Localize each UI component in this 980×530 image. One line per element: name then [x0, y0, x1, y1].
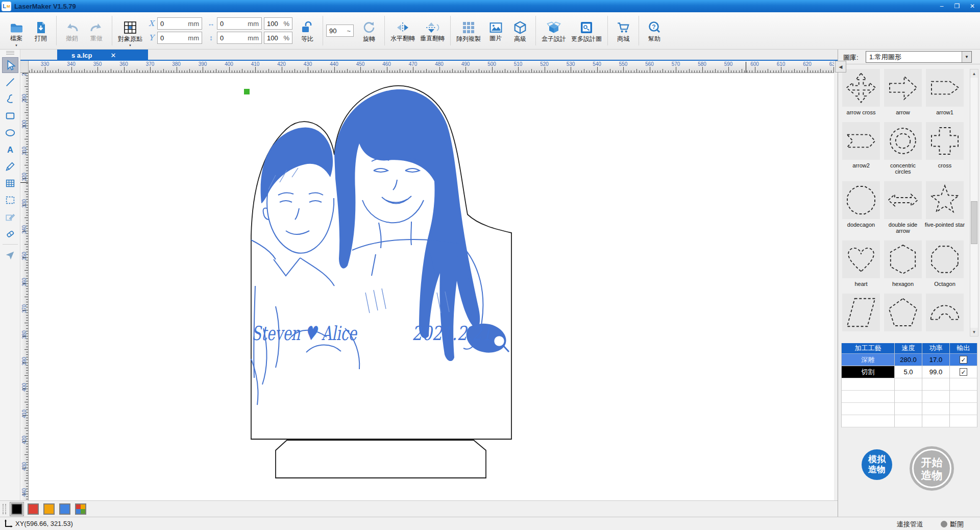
pen-tool[interactable] [2, 158, 18, 174]
scroll-up-icon[interactable]: ▲ [970, 69, 978, 78]
table-row-empty[interactable] [842, 378, 977, 391]
start-button[interactable]: 开始 造物 [910, 446, 954, 491]
shape-parallelogram[interactable] [842, 294, 880, 336]
swatch-blue[interactable] [59, 503, 70, 515]
shape-cross[interactable]: cross [926, 122, 964, 175]
minimize-button[interactable]: – [934, 0, 949, 12]
swatch-orange[interactable] [43, 503, 55, 515]
box-design-button[interactable]: 盒子設計 [539, 14, 569, 47]
flip-horizontal-button[interactable]: 水平翻轉 [388, 14, 418, 47]
close-button[interactable]: ✕ [965, 0, 980, 12]
document-tab[interactable]: s a.lcp ✕ [57, 50, 148, 61]
artwork[interactable]: Steven ♥ Alice 2021.2.21 [29, 73, 834, 500]
shape-five-pointed-star[interactable]: five-pointed star [926, 181, 964, 234]
process-table: 加工工藝 速度 功率 輸出 深雕 280.0 17.0 ✓ 切割 5.0 99.… [841, 343, 977, 427]
rotate-button[interactable]: 旋轉 [357, 14, 381, 47]
selection-handle[interactable] [244, 89, 250, 94]
maximize-button[interactable]: ❐ [949, 0, 965, 12]
shape-double-side-arrow[interactable]: double side arrow [884, 181, 922, 234]
table-row-empty[interactable] [842, 391, 977, 403]
angle-input[interactable]: 90~ [326, 25, 354, 37]
shape-arrow-cross[interactable]: arrow cross [842, 69, 880, 115]
date-text[interactable]: 2021.2.21 [412, 322, 492, 345]
spline-tool[interactable] [2, 91, 18, 107]
swatch-multicolor[interactable] [75, 503, 86, 515]
file-button[interactable]: 檔案 ▼ [4, 14, 29, 47]
shape-arrow2[interactable]: arrow2 [842, 122, 880, 175]
line-tool[interactable] [2, 74, 18, 90]
shape-hexagon[interactable]: hexagon [884, 240, 922, 287]
eraser-tool[interactable] [2, 226, 18, 242]
tab-close-icon[interactable]: ✕ [110, 52, 116, 59]
file-dropdown-caret[interactable]: ▼ [15, 44, 18, 47]
connection-label[interactable]: 連接管道 [897, 520, 923, 529]
design-sheet-icon [580, 21, 593, 34]
x-label: X [148, 19, 155, 28]
height-percent-input[interactable]: 100% [264, 32, 292, 44]
palette-grip[interactable] [3, 504, 6, 514]
ellipse-tool[interactable] [2, 125, 18, 140]
table-row-engrave[interactable]: 深雕 280.0 17.0 ✓ [842, 354, 977, 366]
node-edit-icon [5, 211, 16, 223]
connection-status-icon [941, 521, 947, 527]
node-edit-tool[interactable] [2, 209, 18, 225]
x-input[interactable]: 0mm [157, 17, 202, 30]
chevron-down-icon[interactable]: ▼ [962, 52, 971, 62]
proportional-lock-button[interactable]: 等比 [295, 14, 320, 47]
origin-dropdown-caret[interactable]: ▼ [129, 44, 132, 47]
width-percent-input[interactable]: 100% [264, 17, 292, 30]
image-button[interactable]: 圖片 [483, 14, 508, 47]
shape-concentric-circles[interactable]: concentric circles [884, 122, 922, 175]
select-tool[interactable] [2, 57, 18, 73]
object-origin-button[interactable]: 對象原點 ▼ [115, 14, 145, 47]
sidebar-grip[interactable] [6, 51, 14, 55]
tab-label: s a.lcp [71, 52, 92, 59]
simulate-button[interactable]: 模拟 造物 [862, 449, 892, 480]
library-select[interactable]: 1.常用圖形 ▼ [866, 51, 972, 63]
table-row-empty[interactable] [842, 415, 977, 427]
open-button[interactable]: 打開 [29, 14, 53, 47]
drawing-canvas[interactable]: Steven ♥ Alice 2021.2.21 [29, 73, 834, 500]
height-input[interactable]: 0mm [217, 32, 262, 44]
swatch-black-selected[interactable] [10, 502, 24, 516]
text-tool[interactable]: A [2, 141, 18, 157]
table-row-empty[interactable] [842, 403, 977, 415]
eraser-icon [5, 228, 16, 239]
shape-arrow1[interactable]: arrow1 [926, 69, 964, 115]
gallery-scrollbar[interactable]: ▲ ▼ [970, 69, 978, 336]
shape-heart[interactable]: heart [842, 240, 880, 287]
rectangle-tool[interactable] [2, 108, 18, 124]
scroll-down-icon[interactable]: ▼ [970, 328, 978, 336]
shape-pentagon[interactable] [884, 294, 922, 336]
redo-button[interactable]: 重做 [84, 14, 109, 47]
shape-octagon[interactable]: Octagon [926, 240, 964, 287]
pen-icon [5, 161, 16, 172]
shape-arch[interactable] [926, 294, 964, 336]
y-input[interactable]: 0mm [157, 32, 202, 44]
grid-tool[interactable] [2, 175, 18, 191]
flip-vertical-button[interactable]: 垂直翻轉 [418, 14, 447, 47]
help-button[interactable]: ? 幫助 [642, 14, 667, 47]
shape-dodecagon[interactable]: dodecagon [842, 181, 880, 234]
trim-tool[interactable] [2, 192, 18, 208]
window-title: LaserMaker V1.5.79 [14, 3, 76, 10]
advanced-button[interactable]: 高級 [508, 14, 532, 47]
output-checkbox[interactable]: ✓ [960, 368, 967, 376]
array-copy-button[interactable]: 陣列複製 [454, 14, 483, 47]
width-input[interactable]: 0mm [217, 17, 262, 30]
names-text[interactable]: Steven ♥ Alice [252, 322, 358, 345]
fill-flag-tool[interactable] [2, 247, 18, 263]
store-button[interactable]: 商城 [611, 14, 635, 47]
connection-state: 斷開 [950, 520, 964, 529]
swatch-black[interactable] [11, 503, 22, 515]
output-checkbox[interactable]: ✓ [960, 356, 967, 364]
more-designs-button[interactable]: 更多設計圖 [569, 14, 604, 47]
swatch-red[interactable] [28, 503, 39, 515]
ruler-corner [20, 61, 29, 73]
undo-button[interactable]: 撤銷 [60, 14, 84, 47]
shape-arrow[interactable]: arrow [884, 69, 922, 115]
box-design-icon [547, 21, 561, 34]
table-row-cut[interactable]: 切割 5.0 99.0 ✓ [842, 366, 977, 378]
panel-collapse-button[interactable]: ◀ [835, 61, 846, 73]
scrollbar-thumb[interactable] [971, 201, 977, 244]
